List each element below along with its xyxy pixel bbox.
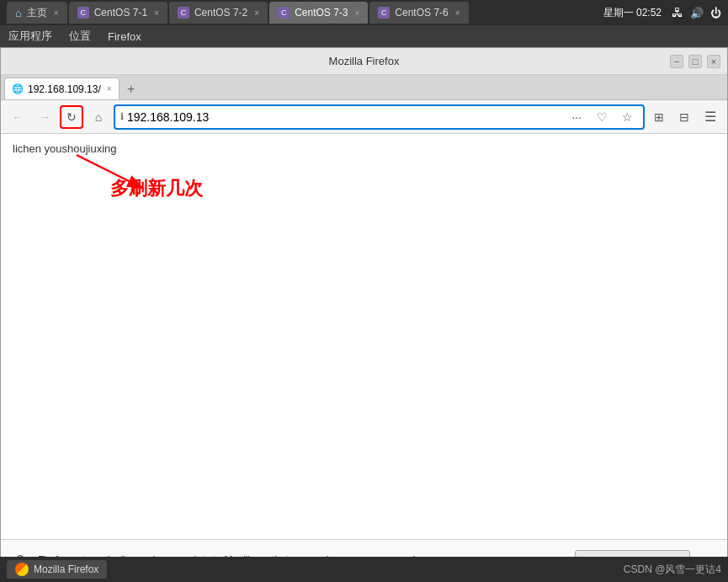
ff-title: Mozilla Firefox — [329, 55, 400, 67]
os-topbar: ⌂ 主页 × C CentOS 7-1 × C CentOS 7-2 × C C… — [0, 0, 728, 25]
taskbar-firefox-label: Mozilla Firefox — [34, 563, 98, 575]
ff-bookmark-heart-icon[interactable]: ♡ — [591, 106, 613, 128]
ff-home-btn[interactable]: ⌂ — [87, 105, 110, 129]
appbar-firefox[interactable]: Firefox — [108, 30, 141, 43]
ff-main: lichen youshoujiuxing 多刷新几次 ? Firefox au… — [1, 134, 727, 581]
ff-toolbar: ← → ↻ ⌂ ℹ ··· ♡ ☆ ⊞ ⊟ ☰ — [1, 100, 727, 134]
ff-back-btn[interactable]: ← — [6, 105, 29, 129]
ff-new-tab-btn[interactable]: + — [121, 79, 141, 99]
os-tab-centos3-close[interactable]: × — [355, 8, 360, 18]
firefox-window: Mozilla Firefox − □ × 🌐 192.168.109.13/ … — [0, 47, 728, 582]
red-text-annotation: 多刷新几次 — [110, 176, 203, 201]
ff-tab-0[interactable]: 🌐 192.168.109.13/ × — [4, 77, 120, 99]
os-tab-centos3[interactable]: C CentOS 7-3 × — [269, 2, 368, 24]
ff-reload-btn[interactable]: ↻ — [60, 105, 83, 129]
ff-forward-btn[interactable]: → — [33, 105, 56, 129]
os-tab-centos6-close[interactable]: × — [455, 8, 460, 18]
ff-url-info-icon: ℹ — [120, 111, 124, 122]
ff-urlbar-container: ℹ ··· ♡ ☆ — [114, 104, 645, 130]
appbar-places[interactable]: 位置 — [69, 29, 91, 44]
centos-icon-3: C — [278, 7, 290, 19]
ff-menu-btn[interactable]: ☰ — [699, 105, 722, 129]
ff-maximize-btn[interactable]: □ — [688, 55, 702, 68]
volume-icon[interactable]: 🔊 — [690, 7, 704, 19]
os-tab-home[interactable]: ⌂ 主页 × — [7, 2, 67, 24]
os-system-icons: 🖧 🔊 ⏻ — [672, 6, 721, 19]
ff-minimize-btn[interactable]: − — [670, 55, 683, 68]
network-icon[interactable]: 🖧 — [672, 6, 683, 19]
os-tab-centos1-label: CentOS 7-1 — [94, 7, 147, 19]
ff-star-icon[interactable]: ☆ — [616, 106, 638, 128]
os-tab-home-label: 主页 — [27, 6, 47, 20]
ff-tab-0-close[interactable]: × — [107, 84, 112, 93]
appbar: 应用程序 位置 Firefox — [0, 25, 728, 47]
os-clock: 星期一 02:52 — [603, 6, 662, 20]
ff-shelf-icon[interactable]: ⊞ — [648, 106, 670, 128]
ff-close-btn[interactable]: × — [707, 55, 720, 68]
centos-icon-1: C — [77, 7, 89, 19]
os-tab-centos2[interactable]: C CentOS 7-2 × — [169, 2, 268, 24]
ff-reader-icon[interactable]: ⊟ — [673, 106, 695, 128]
appbar-apps[interactable]: 应用程序 — [8, 29, 52, 44]
ff-window-controls: − □ × — [670, 55, 720, 68]
os-tab-centos1[interactable]: C CentOS 7-1 × — [69, 2, 167, 24]
os-tab-centos6[interactable]: C CentOS 7-6 × — [369, 2, 468, 24]
centos-icon-6: C — [378, 7, 390, 19]
os-topbar-right: 星期一 02:52 🖧 🔊 ⏻ — [603, 6, 721, 20]
taskbar-firefox-icon — [15, 563, 29, 576]
power-icon[interactable]: ⏻ — [710, 7, 721, 19]
os-tab-centos6-label: CentOS 7-6 — [395, 7, 448, 19]
ff-tab-0-label: 192.168.109.13/ — [28, 83, 101, 95]
ff-titlebar: Mozilla Firefox − □ × — [1, 48, 727, 75]
taskbar-right-text: CSDN @风雪一更诂4 — [624, 563, 721, 577]
os-tab-centos3-label: CentOS 7-3 — [295, 7, 348, 19]
ff-content: lichen youshoujiuxing 多刷新几次 — [1, 134, 727, 539]
os-tab-bar: ⌂ 主页 × C CentOS 7-1 × C CentOS 7-2 × C C… — [7, 2, 603, 24]
ff-urlbar-input[interactable] — [127, 110, 562, 124]
centos-icon-2: C — [178, 7, 189, 19]
home-icon: ⌂ — [15, 7, 22, 19]
ff-urlbar-more-btn[interactable]: ··· — [566, 106, 587, 128]
taskbar-firefox-item[interactable]: Mozilla Firefox — [7, 560, 107, 579]
ff-tab-page-icon: 🌐 — [12, 83, 24, 95]
os-taskbar: Mozilla Firefox CSDN @风雪一更诂4 — [0, 557, 728, 582]
os-tab-home-close[interactable]: × — [54, 8, 59, 18]
ff-toolbar-right: ⊞ ⊟ ☰ — [648, 105, 722, 129]
os-tab-centos1-close[interactable]: × — [154, 8, 159, 18]
os-tab-centos2-close[interactable]: × — [254, 8, 259, 18]
ff-tabbar: 🌐 192.168.109.13/ × + — [1, 75, 727, 100]
os-tab-centos2-label: CentOS 7-2 — [194, 7, 247, 19]
